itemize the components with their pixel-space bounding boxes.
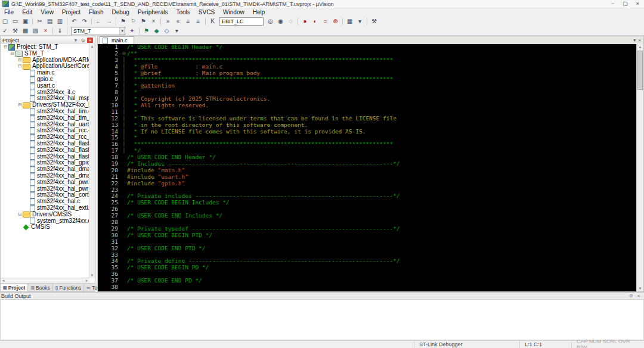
uncomment-selection-icon[interactable]: ≡ xyxy=(193,17,203,26)
batch-build-icon[interactable]: ▨ xyxy=(30,27,41,35)
build-output-pin-icon[interactable]: ⊙ xyxy=(628,293,634,299)
editor-vscrollbar[interactable]: ▲ ▼ xyxy=(636,44,643,291)
options-for-target-icon[interactable]: ✦ xyxy=(127,27,137,35)
translate-icon[interactable]: ✓ xyxy=(0,27,10,35)
scroll-up-icon[interactable]: ▲ xyxy=(89,44,95,49)
find-icon[interactable]: ◉ xyxy=(275,17,286,26)
code-text: * If no LICENSE file comes with this sof… xyxy=(127,129,637,135)
undo-icon[interactable]: ↶ xyxy=(69,17,79,26)
toolbar-separator xyxy=(367,18,367,25)
menu-item-svcs[interactable]: SVCS xyxy=(194,8,219,16)
panel-tab-functions[interactable]: {}Functions xyxy=(53,284,85,291)
maximize-button[interactable]: ▢ xyxy=(619,0,631,8)
panel-pin-icon[interactable]: ⊙ xyxy=(80,38,86,43)
build-icon[interactable]: ⚒ xyxy=(10,27,20,35)
menu-item-debug[interactable]: Debug xyxy=(107,8,133,16)
nav-back-icon[interactable]: ← xyxy=(94,17,104,26)
panel-tab-project[interactable]: ▤Project xyxy=(1,284,28,291)
nav-forward-icon[interactable]: → xyxy=(104,17,114,26)
build-output-close-icon[interactable]: × xyxy=(636,293,642,299)
tab-close-icon[interactable]: × xyxy=(638,38,641,43)
toolbar-separator xyxy=(298,18,298,25)
tree-expander-icon[interactable]: ⊟ xyxy=(2,44,8,51)
project-icon xyxy=(8,44,15,51)
panel-menu-icon[interactable]: ▾ xyxy=(73,38,79,43)
menu-item-file[interactable]: File xyxy=(0,8,18,16)
cut-icon[interactable]: ✂ xyxy=(35,17,45,26)
tab-main-c[interactable]: main.c xyxy=(100,36,134,44)
panel-close-icon[interactable]: × xyxy=(87,38,93,43)
layout-dropdown-icon[interactable]: ▾ xyxy=(355,17,365,26)
minimize-button[interactable]: – xyxy=(606,0,619,8)
outdent-icon[interactable]: « xyxy=(173,17,183,26)
project-tree-vscrollbar[interactable]: ▲ ▼ xyxy=(89,44,95,278)
menu-item-window[interactable]: Window xyxy=(219,8,249,16)
k-flag-icon[interactable]: K xyxy=(208,17,218,26)
build-output-title: Build Output xyxy=(1,293,31,299)
close-button[interactable]: × xyxy=(631,0,644,8)
tree-expander-icon[interactable]: ⊞ xyxy=(17,57,23,64)
code-editor[interactable]: 1/* USER CODE BEGIN Header */2⊟/**3│ ***… xyxy=(98,44,637,291)
breakpoint-insert-icon[interactable]: ● xyxy=(300,17,310,26)
redo-icon[interactable]: ↷ xyxy=(79,17,89,26)
scroll-up-icon[interactable]: ▲ xyxy=(637,44,643,50)
tab-list-dropdown-icon[interactable]: ▾ xyxy=(633,38,636,43)
scroll-down-icon[interactable]: ▼ xyxy=(637,285,643,291)
copy-icon[interactable]: ▤ xyxy=(45,17,55,26)
open-file-icon[interactable]: ▭ xyxy=(10,17,20,26)
rebuild-icon[interactable]: ▩ xyxy=(20,27,30,35)
paste-icon[interactable]: ▥ xyxy=(55,17,65,26)
fold-marker-icon[interactable]: ⊟ xyxy=(121,51,127,57)
find-input[interactable] xyxy=(219,17,264,26)
chevron-down-icon[interactable]: ▾ xyxy=(119,27,125,35)
tree-item[interactable]: usart.c xyxy=(1,83,89,89)
tree-item[interactable]: stm32f4xx_hal_flash_ex.c xyxy=(1,147,89,154)
menu-item-project[interactable]: Project xyxy=(58,8,85,16)
tree-expander-icon[interactable]: ⊟ xyxy=(17,212,23,218)
menu-item-flash[interactable]: Flash xyxy=(85,8,107,16)
stop-build-icon[interactable]: × xyxy=(41,27,51,35)
menu-item-view[interactable]: View xyxy=(36,8,58,16)
comment-selection-icon[interactable]: ≡ xyxy=(183,17,193,26)
tree-expander-icon[interactable]: ⊟ xyxy=(17,102,23,108)
code-segment: #include xyxy=(127,173,157,180)
pack-installer-icon[interactable]: ◇ xyxy=(162,27,172,35)
manage-runtime-icon[interactable]: ◆ xyxy=(151,27,162,35)
code-segment: /* USER CODE END Header */ xyxy=(127,154,216,160)
bookmark-next-icon[interactable]: ⚑ xyxy=(138,17,148,26)
scroll-down-icon[interactable]: ▼ xyxy=(89,273,95,278)
tree-item[interactable]: stm32f4xx_hal_tim_ex.c xyxy=(1,115,89,122)
new-file-icon[interactable]: ▢ xyxy=(0,17,10,26)
code-segment: */ xyxy=(127,147,141,154)
build-output-content[interactable] xyxy=(0,299,644,340)
file-extensions-icon[interactable]: ⚑ xyxy=(141,27,151,35)
bookmark-toggle-icon[interactable]: ⚑ xyxy=(118,17,128,26)
menu-item-peripherals[interactable]: Peripherals xyxy=(134,8,172,16)
select-dropdown-icon[interactable]: ▾ xyxy=(172,27,182,35)
bookmark-clear-icon[interactable]: × xyxy=(148,17,159,26)
indent-icon[interactable]: » xyxy=(163,17,173,26)
scrollbar-thumb[interactable] xyxy=(637,51,643,90)
find-in-files-icon[interactable]: ◎ xyxy=(265,17,275,26)
tree-item[interactable]: CMSIS xyxy=(1,224,89,231)
tree-expander-icon[interactable]: ⊟ xyxy=(10,51,16,57)
tree-expander-icon[interactable]: ⊟ xyxy=(17,63,23,70)
window-layout-icon[interactable]: ▦ xyxy=(345,17,355,26)
panel-tab-books[interactable]: ▥Books xyxy=(28,284,52,291)
tree-item[interactable]: stm32f4xx_hal_pwr.c xyxy=(1,179,89,186)
tree-item[interactable]: ⊟Drivers/CMSIS xyxy=(1,212,89,218)
bookmark-prev-icon[interactable]: ⚐ xyxy=(128,17,138,26)
download-icon[interactable]: ⇓ xyxy=(55,27,65,35)
menu-item-help[interactable]: Help xyxy=(249,8,270,16)
incremental-find-icon[interactable]: ◌ xyxy=(286,17,296,26)
breakpoint-disable-icon[interactable]: ○ xyxy=(320,17,330,26)
tree-item[interactable]: ⊟STM_T xyxy=(1,51,89,57)
menu-item-tools[interactable]: Tools xyxy=(172,8,194,16)
target-select[interactable]: STM_T▾ xyxy=(71,27,125,35)
configure-wrench-icon[interactable]: ⚒ xyxy=(369,17,379,26)
tree-item[interactable]: ⊟Project: STM_T xyxy=(1,44,89,51)
save-icon[interactable]: ▣ xyxy=(20,17,30,26)
breakpoint-enable-icon[interactable]: ◐ xyxy=(310,17,320,26)
breakpoint-kill-all-icon[interactable]: ⊗ xyxy=(330,17,340,26)
menu-item-edit[interactable]: Edit xyxy=(18,8,36,16)
